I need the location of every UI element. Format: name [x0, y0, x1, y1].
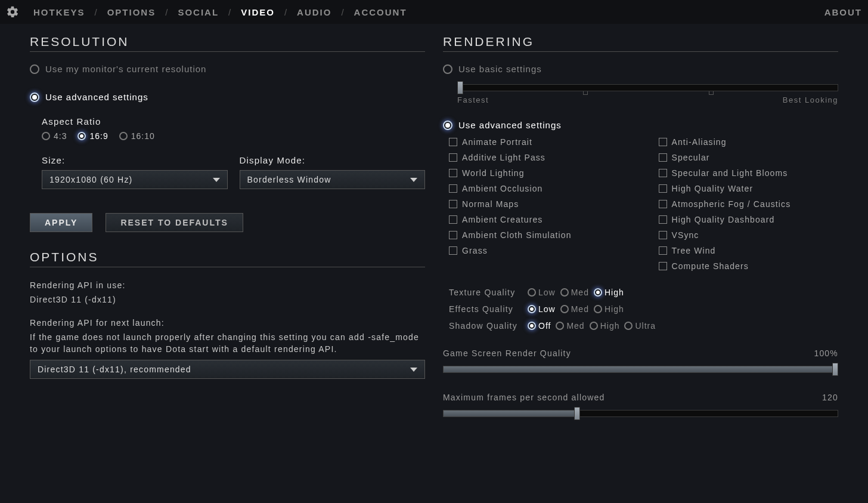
effects-quality: Effects QualityLowMedHigh [449, 304, 838, 314]
rendering-title: RENDERING [443, 35, 838, 52]
render-quality-slider[interactable] [443, 363, 838, 375]
api-in-use-value: Direct3D 11 (-dx11) [30, 294, 425, 305]
resolution-use-advanced[interactable]: Use advanced settings [30, 92, 425, 102]
toggle-additive-light-pass[interactable]: Additive Light Pass [449, 153, 629, 162]
chevron-down-icon [213, 178, 220, 182]
effects-quality-med[interactable]: Med [560, 304, 589, 314]
display-mode-label: Display Mode: [240, 155, 426, 165]
render-quality-label: Game Screen Render Quality [443, 348, 571, 358]
api-next-launch-dropdown[interactable]: Direct3D 11 (-dx11), recommended [30, 360, 425, 379]
top-tabs: HOTKEYS/OPTIONS/SOCIAL/VIDEO/AUDIO/ACCOU… [31, 7, 824, 17]
toggle-world-lighting[interactable]: World Lighting [449, 168, 629, 178]
aspect-ratio-16-9[interactable]: 16:9 [78, 131, 108, 141]
api-next-launch-label: Rendering API for next launch: [30, 317, 425, 329]
toggle-compute-shaders[interactable]: Compute Shaders [659, 261, 839, 271]
tab-social[interactable]: SOCIAL [175, 7, 221, 17]
reset-defaults-button[interactable]: RESET TO DEFAULTS [106, 213, 243, 232]
aspect-ratio-label: Aspect Ratio [42, 116, 425, 126]
toggle-specular[interactable]: Specular [659, 153, 839, 162]
toggle-grass[interactable]: Grass [449, 246, 629, 255]
options-title: OPTIONS [30, 250, 425, 267]
toggle-high-quality-water[interactable]: High Quality Water [659, 184, 839, 193]
max-fps-value: 120 [822, 393, 838, 402]
chevron-down-icon [410, 368, 417, 372]
texture-quality-high[interactable]: High [594, 288, 624, 297]
toggle-animate-portrait[interactable]: Animate Portrait [449, 137, 629, 147]
shadow-quality-off[interactable]: Off [528, 321, 551, 331]
toggle-specular-and-light-blooms[interactable]: Specular and Light Blooms [659, 168, 839, 178]
toggle-ambient-cloth-simulation[interactable]: Ambient Cloth Simulation [449, 230, 629, 240]
basic-slider-best-label: Best Looking [783, 95, 838, 104]
toggle-ambient-occlusion[interactable]: Ambient Occlusion [449, 184, 629, 193]
api-warning: If the game does not launch properly aft… [30, 331, 425, 356]
settings-gear-icon[interactable] [6, 5, 19, 18]
rendering-use-advanced[interactable]: Use advanced settings [443, 120, 838, 130]
toggle-vsync[interactable]: VSync [659, 230, 839, 240]
aspect-ratio-group: 4:316:916:10 [42, 131, 425, 141]
aspect-ratio-16-10[interactable]: 16:10 [119, 131, 155, 141]
tab-audio[interactable]: AUDIO [294, 7, 334, 17]
basic-quality-slider[interactable] [457, 81, 838, 93]
effects-quality-high[interactable]: High [594, 304, 624, 314]
tab-video[interactable]: VIDEO [238, 7, 277, 17]
toggle-high-quality-dashboard[interactable]: High Quality Dashboard [659, 215, 839, 224]
tab-options[interactable]: OPTIONS [105, 7, 159, 17]
shadow-quality-high[interactable]: High [590, 321, 620, 331]
aspect-ratio-4-3[interactable]: 4:3 [42, 131, 67, 141]
tab-account[interactable]: ACCOUNT [352, 7, 410, 17]
toggle-anti-aliasing[interactable]: Anti-Aliasing [659, 137, 839, 147]
rendering-use-basic[interactable]: Use basic settings [443, 64, 838, 74]
effects-quality-low[interactable]: Low [528, 304, 556, 314]
texture-quality-med[interactable]: Med [560, 288, 589, 297]
toggle-tree-wind[interactable]: Tree Wind [659, 246, 839, 255]
resolution-title: RESOLUTION [30, 35, 425, 52]
about-tab[interactable]: ABOUT [824, 7, 862, 17]
size-label: Size: [42, 155, 228, 165]
basic-slider-fastest-label: Fastest [457, 95, 489, 104]
toggle-atmospheric-fog-caustics[interactable]: Atmospheric Fog / Caustics [659, 199, 839, 209]
shadow-quality-ultra[interactable]: Ultra [624, 321, 656, 331]
apply-button[interactable]: APPLY [30, 213, 92, 232]
size-dropdown[interactable]: 1920x1080 (60 Hz) [42, 170, 228, 189]
max-fps-slider[interactable] [443, 407, 838, 419]
display-mode-dropdown[interactable]: Borderless Window [240, 170, 426, 189]
tab-hotkeys[interactable]: HOTKEYS [31, 7, 88, 17]
texture-quality-low[interactable]: Low [528, 288, 556, 297]
toggle-ambient-creatures[interactable]: Ambient Creatures [449, 215, 629, 224]
resolution-use-monitor[interactable]: Use my monitor's current resolution [30, 64, 425, 74]
texture-quality: Texture QualityLowMedHigh [449, 288, 838, 297]
render-quality-value: 100% [814, 348, 838, 358]
api-in-use-label: Rendering API in use: [30, 279, 425, 291]
max-fps-label: Maximum frames per second allowed [443, 393, 604, 402]
shadow-quality-med[interactable]: Med [556, 321, 584, 331]
chevron-down-icon [410, 178, 417, 182]
shadow-quality: Shadow QualityOffMedHighUltra [449, 321, 838, 331]
toggle-normal-maps[interactable]: Normal Maps [449, 199, 629, 209]
